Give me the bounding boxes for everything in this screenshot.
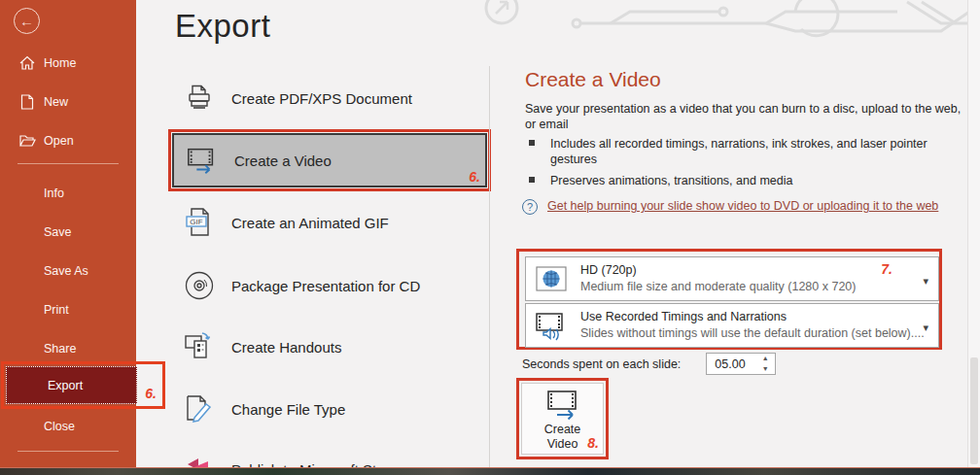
- sidebar-item-open[interactable]: Open: [0, 128, 136, 153]
- file-pencil-icon: [183, 392, 216, 425]
- dropdown-selected-value: Use Recorded Timings and Narrations: [580, 309, 925, 325]
- export-option-label: Create a Video: [234, 153, 332, 169]
- svg-text:GIF: GIF: [190, 218, 202, 226]
- annotation-step-number: 7.: [881, 261, 892, 277]
- export-option-label: Create Handouts: [231, 339, 341, 356]
- desktop-edge-strip: [0, 467, 980, 475]
- seconds-spinbox: ▲ ▼: [706, 353, 776, 375]
- sidebar-item-save-as[interactable]: Save As: [0, 258, 136, 284]
- export-option-package-cd[interactable]: Package Presentation for CD: [173, 266, 489, 305]
- home-icon: [18, 54, 36, 72]
- seconds-label: Seconds spent on each slide:: [522, 357, 681, 371]
- sidebar-item-label: Home: [44, 56, 76, 70]
- sidebar-item-label: Export: [48, 379, 83, 392]
- dropdown-selected-value: HD (720p): [580, 262, 856, 279]
- annotation-box-export: Export 6.: [1, 361, 165, 409]
- annotation-step-number: 6.: [469, 169, 480, 185]
- film-icon: [186, 144, 219, 177]
- sidebar-item-label: Save As: [44, 264, 88, 278]
- sidebar-item-label: Print: [44, 303, 69, 317]
- export-option-pdf-xps[interactable]: Create PDF/XPS Document: [173, 79, 489, 118]
- sidebar-item-save[interactable]: Save: [0, 220, 136, 245]
- spinner-up-icon[interactable]: ▲: [757, 354, 773, 364]
- sidebar-item-print[interactable]: Print: [0, 297, 136, 322]
- back-arrow-icon[interactable]: ←: [14, 8, 40, 34]
- page-title: Export: [175, 8, 270, 45]
- video-quality-dropdown[interactable]: HD (720p) Medium file size and moderate …: [525, 256, 939, 301]
- film-icon: [543, 390, 582, 421]
- sidebar-item-share[interactable]: Share: [0, 336, 136, 361]
- spinner-down-icon[interactable]: ▼: [757, 364, 773, 375]
- annotation-box-dropdowns: HD (720p) Medium file size and moderate …: [516, 249, 942, 350]
- cd-disc-icon: [183, 269, 216, 302]
- sidebar-item-export[interactable]: Export: [6, 366, 137, 404]
- sidebar-item-label: Info: [44, 187, 64, 200]
- annotation-box-create-video-button: Create Video 8.: [516, 378, 609, 459]
- export-option-label: Package Presentation for CD: [231, 278, 420, 294]
- sidebar-item-label: New: [44, 95, 68, 109]
- circuit-decoration: [474, 0, 980, 49]
- export-option-animated-gif[interactable]: GIF Create an Animated GIF: [173, 203, 489, 242]
- sidebar-item-label: Close: [44, 420, 75, 433]
- bullet-marker: [529, 140, 535, 146]
- sidebar-item-label: Share: [44, 342, 76, 356]
- monitor-globe-icon: [534, 262, 569, 295]
- export-option-label: Create an Animated GIF: [231, 215, 389, 231]
- scrollbar-thumb[interactable]: [970, 357, 978, 464]
- sidebar-item-new[interactable]: New: [0, 89, 136, 115]
- panel-description: Save your presentation as a video that y…: [525, 101, 964, 132]
- gif-file-icon: GIF: [183, 206, 216, 239]
- export-option-create-handouts[interactable]: Create Handouts: [173, 327, 489, 366]
- help-question-icon: ?: [522, 199, 538, 215]
- sidebar-item-info[interactable]: Info: [0, 181, 136, 206]
- sidebar-item-home[interactable]: Home: [0, 51, 136, 76]
- new-document-icon: [18, 93, 36, 111]
- dropdown-subtitle: Medium file size and moderate quality (1…: [580, 279, 856, 295]
- export-option-change-file-type[interactable]: Change File Type: [173, 390, 489, 428]
- panel-divider: [489, 66, 490, 468]
- timings-narrations-dropdown[interactable]: Use Recorded Timings and Narrations Slid…: [525, 303, 939, 348]
- seconds-row: Seconds spent on each slide: ▲ ▼: [522, 353, 776, 375]
- pdf-xps-document-icon: [183, 82, 216, 115]
- sidebar-item-close[interactable]: Close: [0, 414, 136, 439]
- annotation-box-create-a-video: Create a Video 6.: [168, 129, 491, 191]
- create-video-button-label: Create Video: [538, 423, 588, 452]
- handouts-icon: [183, 330, 216, 363]
- bullet-marker: [529, 177, 535, 183]
- sidebar-item-label: Save: [44, 225, 72, 239]
- bullet-item: Preserves animations, transitions, and m…: [525, 173, 964, 188]
- scrollbar-track[interactable]: [967, 0, 980, 468]
- dropdown-subtitle: Slides without timings will use the defa…: [580, 325, 925, 342]
- export-option-create-a-video[interactable]: Create a Video: [172, 133, 487, 187]
- chevron-down-icon[interactable]: ▾: [923, 322, 928, 334]
- sidebar-item-label: Open: [44, 134, 74, 148]
- annotation-step-number: 6.: [145, 386, 157, 401]
- annotation-step-number: 8.: [587, 435, 599, 451]
- sidebar-divider: [18, 163, 119, 164]
- export-option-label: Create PDF/XPS Document: [231, 90, 412, 107]
- export-option-label: Change File Type: [231, 401, 345, 418]
- chevron-down-icon[interactable]: ▾: [923, 275, 928, 288]
- help-link[interactable]: Get help burning your slide show video t…: [547, 198, 940, 214]
- film-speaker-icon: [534, 309, 569, 342]
- seconds-input[interactable]: [707, 354, 755, 374]
- bullet-text: Includes all recorded timings, narration…: [550, 137, 928, 166]
- bullet-item: Includes all recorded timings, narration…: [525, 136, 964, 167]
- sidebar-divider: [18, 451, 119, 452]
- help-row: ? Get help burning your slide show video…: [522, 198, 940, 214]
- spinner-buttons: ▲ ▼: [757, 354, 773, 374]
- bullet-text: Preserves animations, transitions, and m…: [550, 174, 792, 187]
- powerpoint-backstage-export: ← Home New Open Info Save Save As Print …: [0, 0, 980, 475]
- panel-title: Create a Video: [525, 68, 661, 91]
- open-folder-icon: [18, 132, 36, 150]
